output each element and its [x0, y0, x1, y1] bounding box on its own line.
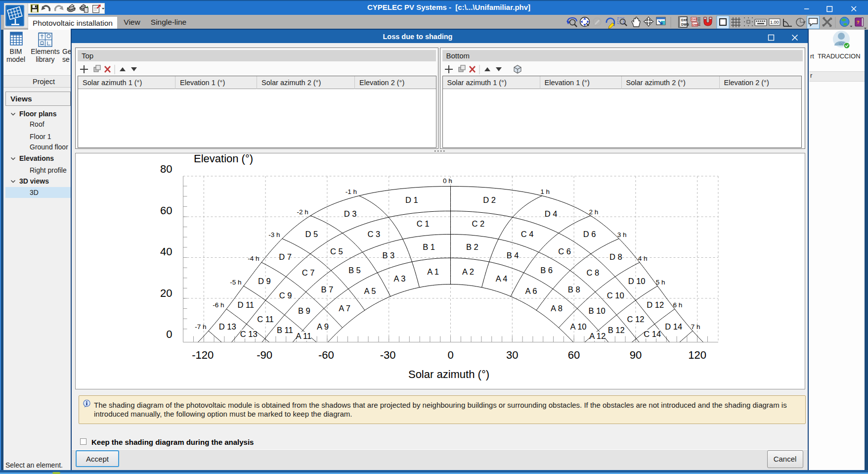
svg-text:D 2: D 2	[483, 195, 496, 204]
svg-text:B 6: B 6	[540, 266, 553, 275]
svg-text:6 h: 6 h	[673, 301, 683, 309]
svg-text:7 h: 7 h	[691, 323, 700, 331]
svg-text:C 12: C 12	[627, 315, 645, 324]
svg-text:4 h: 4 h	[638, 255, 648, 262]
svg-text:B 3: B 3	[383, 251, 395, 260]
svg-text:B 11: B 11	[277, 326, 293, 334]
svg-text:40: 40	[160, 245, 172, 258]
svg-text:B 10: B 10	[589, 306, 606, 315]
svg-text:D 14: D 14	[665, 322, 682, 331]
svg-text:-6 h: -6 h	[213, 301, 224, 309]
svg-text:-5 h: -5 h	[230, 279, 241, 286]
svg-text:DWG: DWG	[681, 23, 689, 26]
svg-text:30: 30	[506, 349, 518, 361]
svg-text:C 13: C 13	[240, 330, 258, 338]
svg-text:20: 20	[160, 287, 172, 299]
svg-text:Elevation (°): Elevation (°)	[194, 153, 253, 165]
svg-text:5 h: 5 h	[656, 279, 665, 286]
svg-text:-7 h: -7 h	[195, 323, 206, 331]
svg-text:A 3: A 3	[393, 274, 405, 283]
svg-text:1 h: 1 h	[540, 188, 550, 195]
svg-text:-120: -120	[192, 349, 214, 361]
svg-text:B 2: B 2	[466, 242, 478, 251]
svg-text:-4 h: -4 h	[248, 255, 259, 262]
svg-text:C 2: C 2	[472, 219, 485, 228]
svg-text:B 7: B 7	[321, 285, 333, 294]
svg-text:D 8: D 8	[609, 252, 622, 261]
svg-text:-1 h: -1 h	[346, 188, 357, 195]
svg-text:C 14: C 14	[644, 330, 661, 338]
svg-text:120: 120	[688, 349, 706, 361]
svg-text:0 h: 0 h	[443, 177, 452, 185]
svg-text:B 9: B 9	[298, 306, 310, 315]
svg-text:D 5: D 5	[305, 230, 318, 238]
svg-text:C 10: C 10	[607, 291, 624, 300]
svg-text:C 7: C 7	[302, 268, 315, 277]
svg-text:D 9: D 9	[258, 277, 271, 285]
svg-text:B 12: B 12	[608, 326, 625, 334]
svg-text:-90: -90	[257, 349, 272, 361]
svg-text:D 6: D 6	[583, 230, 596, 238]
svg-text:A 12: A 12	[589, 332, 606, 340]
svg-text:-30: -30	[380, 349, 396, 361]
svg-text:D 7: D 7	[279, 252, 292, 261]
svg-text:B 4: B 4	[507, 251, 519, 260]
svg-text:DWG: DWG	[693, 23, 700, 26]
svg-text:B 5: B 5	[348, 266, 361, 275]
svg-text:-60: -60	[318, 349, 334, 361]
svg-text:?: ?	[857, 20, 860, 25]
svg-text:C 4: C 4	[521, 230, 534, 238]
svg-text:60: 60	[568, 349, 580, 361]
svg-text:A 6: A 6	[525, 286, 537, 295]
svg-text:A 11: A 11	[296, 332, 311, 340]
svg-text:D 3: D 3	[344, 209, 357, 218]
svg-text:A 1: A 1	[427, 267, 439, 276]
svg-text:D 11: D 11	[237, 300, 254, 309]
svg-text:C 5: C 5	[330, 247, 343, 256]
svg-text:D 10: D 10	[628, 277, 646, 285]
svg-text:A 5: A 5	[364, 286, 376, 295]
svg-text:D 4: D 4	[545, 209, 558, 218]
svg-text:A 10: A 10	[570, 322, 586, 331]
svg-text:0: 0	[447, 349, 453, 361]
svg-text:A 8: A 8	[551, 304, 563, 313]
svg-text:A 9: A 9	[317, 322, 329, 331]
svg-text:2 h: 2 h	[589, 208, 599, 216]
svg-text:C 9: C 9	[279, 291, 292, 300]
svg-text:D 12: D 12	[647, 300, 664, 309]
svg-text:-2 h: -2 h	[297, 208, 308, 216]
svg-text:-3 h: -3 h	[268, 231, 280, 238]
svg-text:C 6: C 6	[558, 247, 571, 256]
svg-text:B 8: B 8	[568, 285, 580, 294]
svg-text:80: 80	[160, 163, 172, 175]
svg-text:C 1: C 1	[417, 219, 430, 228]
svg-text:B 1: B 1	[423, 242, 435, 251]
svg-text:A 2: A 2	[462, 267, 474, 276]
svg-text:C 8: C 8	[586, 268, 599, 277]
svg-text:DXF: DXF	[692, 18, 697, 21]
svg-text:C 3: C 3	[368, 230, 381, 238]
svg-text:D 1: D 1	[405, 195, 418, 204]
svg-text:60: 60	[160, 204, 172, 217]
svg-text:Solar azimuth (°): Solar azimuth (°)	[408, 368, 489, 380]
svg-text:A 4: A 4	[496, 274, 508, 283]
svg-text:A 7: A 7	[339, 304, 350, 313]
svg-text:3 h: 3 h	[617, 231, 627, 238]
svg-text:D 13: D 13	[219, 322, 236, 331]
svg-text:DXF: DXF	[681, 18, 688, 22]
svg-text:0: 0	[166, 328, 172, 340]
svg-text:90: 90	[630, 349, 642, 361]
svg-text:C 11: C 11	[257, 315, 274, 324]
svg-text:1.00: 1.00	[770, 20, 779, 25]
